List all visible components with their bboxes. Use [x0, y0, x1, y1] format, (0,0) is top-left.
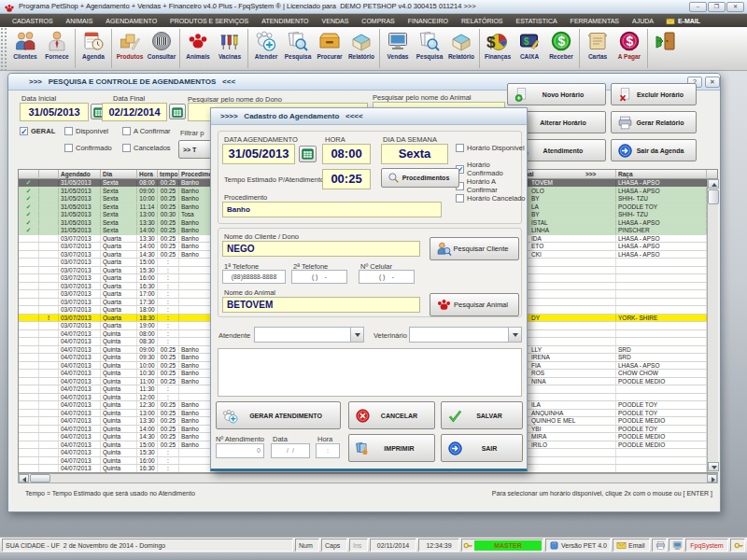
- toolbar-button-animais[interactable]: Animais: [182, 27, 214, 70]
- grid-col-agendado[interactable]: Agendado: [59, 170, 101, 179]
- data2-input[interactable]: / /: [271, 443, 310, 458]
- toolbar-button-caixa[interactable]: $CAIXA: [514, 27, 545, 70]
- gerar-atendimento-button[interactable]: GERAR ATENDIMENTO: [216, 401, 341, 429]
- atendente-select[interactable]: [254, 327, 364, 343]
- hora-input[interactable]: 08:00: [322, 144, 371, 164]
- grid-col-raca[interactable]: Raça: [616, 170, 707, 179]
- scroll-thumb[interactable]: [708, 189, 719, 204]
- toolbar-button-agenda[interactable]: Agenda: [78, 27, 109, 70]
- toolbar-button-procurar[interactable]: Procurar: [314, 27, 345, 70]
- data-agendamento-calendar-button[interactable]: [299, 146, 317, 162]
- grid-col-tempo[interactable]: tempo: [158, 170, 179, 179]
- toolbar-button-pesquisa[interactable]: Pesquisa: [282, 27, 314, 70]
- menu-item-vendas[interactable]: VENDAS: [316, 18, 356, 24]
- status-network-panel[interactable]: [669, 539, 684, 552]
- sair-da-agenda-button[interactable]: Sair da Agenda: [611, 139, 697, 161]
- tel1-input[interactable]: (88)88888-8888: [222, 270, 286, 284]
- menu-item-cadastros[interactable]: CADASTROS: [6, 18, 60, 24]
- celular-input[interactable]: ( ) -: [359, 270, 415, 284]
- data-inicial-input[interactable]: 31/05/2013: [20, 103, 89, 121]
- dia-semana-input[interactable]: Sexta: [381, 144, 448, 164]
- status-check-hor-rio-a-confirmar[interactable]: Horário A Confirmar: [456, 177, 527, 194]
- status-email[interactable]: Email: [613, 539, 650, 552]
- pesquisar-animal-button[interactable]: Pesquisar Animal: [430, 293, 519, 316]
- toolbar-button-sair[interactable]: [650, 27, 682, 70]
- menu-item-animais[interactable]: ANIMAIS: [60, 18, 100, 24]
- animal-input[interactable]: BETOVEM: [222, 297, 420, 313]
- toolbar-button-a-pagar[interactable]: $A Pagar: [613, 27, 645, 70]
- toolbar-button-vendas[interactable]: Vendas: [382, 27, 414, 70]
- minimize-button[interactable]: –: [689, 2, 707, 12]
- gerar-relat-rio-button[interactable]: Gerar Relatório: [611, 111, 697, 133]
- imprimir-button[interactable]: IMPRIMIR: [348, 434, 435, 462]
- scroll-up-button[interactable]: [708, 179, 719, 189]
- grid-horizontal-scrollbar[interactable]: [18, 473, 718, 483]
- toolbar-button-pesquisa[interactable]: Pesquisa: [414, 27, 445, 70]
- excluir-hor-rio-button[interactable]: Excluir Horário: [611, 83, 697, 105]
- filter-check-confirmado[interactable]: Confirmado: [64, 144, 112, 152]
- status-check-hor-rio-confirmado[interactable]: ✓Horário Confirmado: [456, 161, 527, 177]
- chevron-down-icon[interactable]: [508, 328, 521, 342]
- cancelar-button[interactable]: CANCELAR: [348, 401, 435, 429]
- tel2-input[interactable]: ( ) -: [291, 270, 347, 284]
- status-check-hor-rio-dispon-vel[interactable]: Horário Disponível: [456, 144, 525, 152]
- restore-button[interactable]: ❐: [708, 2, 726, 12]
- filter-check-geral[interactable]: ✓GERAL: [20, 127, 55, 135]
- pesquisar-cliente-button[interactable]: Pesquisar Cliente: [430, 237, 519, 260]
- dialog-memo[interactable]: [218, 348, 522, 397]
- hora2-input[interactable]: :: [316, 443, 340, 458]
- menu-item-compras[interactable]: COMPRAS: [355, 18, 401, 24]
- toolbar-button-vacinas[interactable]: Vacinas: [214, 27, 246, 70]
- grid-col-dia[interactable]: Dia: [101, 170, 137, 179]
- menu-item-ferramentas[interactable]: FERRAMENTAS: [564, 18, 626, 24]
- grid-col-mark2[interactable]: [39, 170, 59, 179]
- checkbox[interactable]: [122, 127, 131, 135]
- veterinario-select[interactable]: [409, 327, 522, 343]
- toolbar-button-cartas[interactable]: Cartas: [582, 27, 613, 70]
- filter-check-cancelados[interactable]: Cancelados: [122, 144, 171, 152]
- toolbar-button-finan-as[interactable]: $Finanças: [482, 27, 514, 70]
- menu-item-relat-rios[interactable]: RELATÓRIOS: [455, 18, 510, 24]
- menu-item-financeiro[interactable]: FINANCEIRO: [402, 18, 455, 24]
- menu-item-email[interactable]: E-MAIL: [660, 17, 706, 24]
- checkbox[interactable]: [64, 127, 73, 135]
- checkbox[interactable]: [456, 144, 464, 152]
- filter-check-a-confirmar[interactable]: A Confirmar: [122, 127, 171, 135]
- scroll-down-button[interactable]: [708, 462, 719, 471]
- toolbar-button-produtos[interactable]: Produtos: [114, 27, 146, 70]
- hscroll-thumb[interactable]: [30, 474, 50, 483]
- toolbar-button-relat-rio[interactable]: Relatório: [445, 27, 477, 70]
- menu-item-ajuda[interactable]: AJUDA: [626, 18, 660, 24]
- checkbox[interactable]: [122, 144, 131, 152]
- toolbar-button-relat-rio[interactable]: Relatório: [345, 27, 377, 70]
- checkbox[interactable]: [456, 194, 464, 203]
- toolbar-button-atender[interactable]: Atender: [250, 27, 282, 70]
- menu-item-estatistica[interactable]: ESTATISTICA: [510, 18, 564, 24]
- filter-check-dispon-vel[interactable]: Disponível: [64, 127, 108, 135]
- status-check-hor-rio-cancelado[interactable]: Horário Cancelado: [456, 194, 526, 203]
- toolbar-button-fornece[interactable]: Fornece: [41, 27, 73, 70]
- data-final-input[interactable]: 02/12/2014: [102, 103, 167, 121]
- cliente-input[interactable]: NEGO: [222, 241, 420, 257]
- status-printer-panel[interactable]: [652, 539, 667, 552]
- checkbox[interactable]: [64, 144, 73, 152]
- data-final-calendar-button[interactable]: [169, 104, 186, 119]
- grid-col-hora[interactable]: Hora: [137, 170, 158, 179]
- chevron-down-icon[interactable]: [350, 328, 363, 342]
- data-agendamento-input[interactable]: 31/05/2013: [222, 144, 295, 164]
- procedimentos-button[interactable]: Procedimentos: [381, 168, 459, 188]
- toolbar-button-receber[interactable]: $Receber: [545, 27, 577, 70]
- natendimento-input[interactable]: 0: [216, 443, 264, 458]
- salvar-button[interactable]: SALVAR: [441, 401, 523, 429]
- menu-item-agendamento[interactable]: AGENDAMENTO: [99, 18, 163, 24]
- novo-hor-rio-button[interactable]: Novo Horário: [507, 83, 606, 105]
- grid-vertical-scrollbar[interactable]: [707, 179, 718, 472]
- close-button[interactable]: ✕: [726, 2, 744, 12]
- agenda-close-button[interactable]: ✕: [705, 77, 720, 88]
- sair-button[interactable]: SAIR: [441, 434, 523, 462]
- menu-item-atendimento[interactable]: ATENDIMENTO: [255, 18, 315, 24]
- toolbar-button-clientes[interactable]: Clientes: [9, 27, 41, 70]
- scroll-right-button[interactable]: [707, 474, 717, 483]
- toolbar-button-consultar[interactable]: Consultar: [146, 27, 177, 70]
- tempo-estimado-input[interactable]: 00:25: [322, 169, 371, 189]
